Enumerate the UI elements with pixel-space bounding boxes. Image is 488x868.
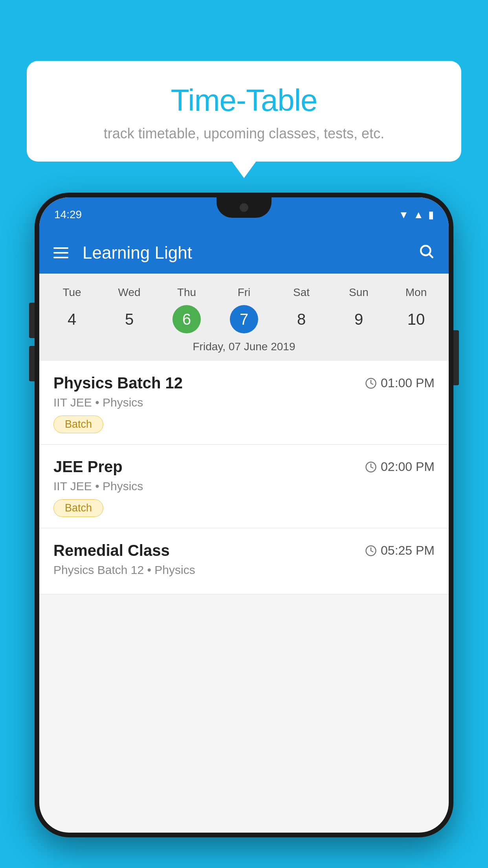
schedule-item-1-time: 01:00 PM bbox=[365, 376, 435, 390]
day-header-tue: Tue bbox=[43, 283, 101, 302]
schedule-item-3-top: Remedial Class 05:25 PM bbox=[53, 542, 435, 559]
schedule-item-3-title: Remedial Class bbox=[53, 542, 170, 559]
bubble-subtitle: track timetable, upcoming classes, tests… bbox=[50, 125, 438, 142]
schedule-list: Physics Batch 12 01:00 PM IIT JEE • Phys… bbox=[39, 361, 449, 594]
day-header-sat: Sat bbox=[273, 283, 330, 302]
phone-screen: 14:29 ▼ ▲ ▮ Learning Light bbox=[39, 197, 449, 833]
day-header-thu: Thu bbox=[158, 283, 215, 302]
schedule-item-2-title: JEE Prep bbox=[53, 458, 123, 476]
day-8[interactable]: 8 bbox=[273, 305, 330, 333]
day-header-mon: Mon bbox=[387, 283, 445, 302]
app-bar: Learning Light bbox=[39, 232, 449, 274]
schedule-item-2-top: JEE Prep 02:00 PM bbox=[53, 458, 435, 476]
schedule-item-3[interactable]: Remedial Class 05:25 PM Physics Batch 12… bbox=[39, 528, 449, 594]
day-header-wed: Wed bbox=[101, 283, 158, 302]
schedule-item-3-time: 05:25 PM bbox=[365, 543, 435, 558]
day-header-fri: Fri bbox=[215, 283, 273, 302]
status-bar: 14:29 ▼ ▲ ▮ bbox=[39, 197, 449, 232]
status-icons: ▼ ▲ ▮ bbox=[399, 209, 434, 221]
day-10[interactable]: 10 bbox=[387, 305, 445, 333]
wifi-icon: ▼ bbox=[399, 209, 409, 221]
schedule-item-3-sub: Physics Batch 12 • Physics bbox=[53, 563, 435, 577]
calendar-strip: Tue Wed Thu Fri Sat Sun Mon 4 5 6 7 8 9 … bbox=[39, 274, 449, 361]
volume-down-button bbox=[29, 346, 35, 381]
schedule-item-1[interactable]: Physics Batch 12 01:00 PM IIT JEE • Phys… bbox=[39, 361, 449, 445]
schedule-item-1-badge: Batch bbox=[53, 416, 103, 433]
camera bbox=[240, 203, 248, 212]
day-7-selected[interactable]: 7 bbox=[230, 305, 258, 333]
schedule-item-1-title: Physics Batch 12 bbox=[53, 374, 183, 392]
day-header-sun: Sun bbox=[330, 283, 387, 302]
schedule-item-2-time: 02:00 PM bbox=[365, 460, 435, 474]
status-time: 14:29 bbox=[54, 208, 82, 221]
svg-line-1 bbox=[429, 254, 433, 257]
day-numbers: 4 5 6 7 8 9 10 bbox=[39, 305, 449, 333]
app-title: Learning Light bbox=[83, 243, 404, 263]
schedule-item-2-badge: Batch bbox=[53, 499, 103, 517]
clock-icon-1 bbox=[365, 377, 377, 389]
volume-up-button bbox=[29, 303, 35, 338]
signal-icon: ▲ bbox=[413, 209, 424, 221]
selected-date-label: Friday, 07 June 2019 bbox=[39, 333, 449, 361]
day-9[interactable]: 9 bbox=[330, 305, 387, 333]
day-headers: Tue Wed Thu Fri Sat Sun Mon bbox=[39, 283, 449, 302]
schedule-item-1-top: Physics Batch 12 01:00 PM bbox=[53, 374, 435, 392]
day-6-today[interactable]: 6 bbox=[172, 305, 201, 333]
search-icon[interactable] bbox=[418, 243, 435, 263]
clock-icon-3 bbox=[365, 545, 377, 557]
schedule-item-2-sub: IIT JEE • Physics bbox=[53, 480, 435, 493]
schedule-item-2[interactable]: JEE Prep 02:00 PM IIT JEE • Physics Batc… bbox=[39, 445, 449, 528]
schedule-item-1-sub: IIT JEE • Physics bbox=[53, 396, 435, 409]
power-button bbox=[453, 330, 459, 385]
phone-mockup: 14:29 ▼ ▲ ▮ Learning Light bbox=[35, 193, 453, 868]
speech-bubble: Time-Table track timetable, upcoming cla… bbox=[27, 61, 461, 162]
clock-icon-2 bbox=[365, 461, 377, 473]
bubble-title: Time-Table bbox=[50, 83, 438, 118]
day-4[interactable]: 4 bbox=[43, 305, 101, 333]
phone-body: 14:29 ▼ ▲ ▮ Learning Light bbox=[35, 193, 453, 837]
speech-bubble-container: Time-Table track timetable, upcoming cla… bbox=[27, 61, 461, 162]
battery-icon: ▮ bbox=[428, 209, 434, 221]
hamburger-menu-icon[interactable] bbox=[53, 247, 68, 258]
phone-notch bbox=[216, 197, 272, 218]
day-5[interactable]: 5 bbox=[101, 305, 158, 333]
